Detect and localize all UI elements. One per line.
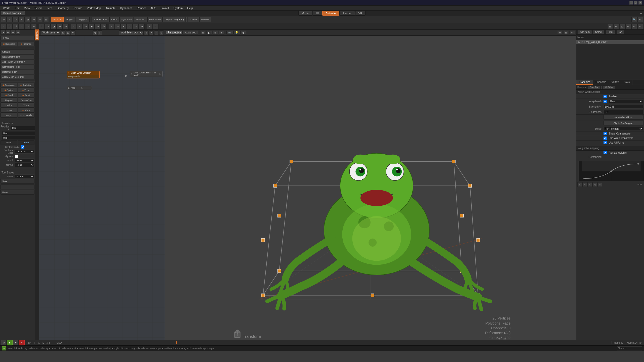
schema-dots-btn[interactable]: ⋯ [71, 30, 75, 35]
timeline-scrub[interactable] [67, 341, 612, 344]
tb2-3[interactable]: ⇲ [13, 24, 19, 29]
tool-btn-2[interactable]: ↔ [7, 17, 13, 22]
spline-btn[interactable]: ◉Spline [1, 88, 17, 93]
tool-btn-3[interactable]: ↺ [13, 17, 19, 22]
pivot-btn[interactable]: Pivot [1, 140, 17, 145]
mode-tab-animate[interactable]: Animate [322, 11, 339, 16]
menu-geometry[interactable]: Geometry [55, 6, 71, 10]
presets-one-tip[interactable]: One Tip [588, 85, 600, 89]
menu-system[interactable]: System [172, 6, 185, 10]
tab-vertex[interactable]: Vertex [609, 80, 621, 85]
search-input[interactable] [617, 346, 642, 350]
morph-btn[interactable]: Morph [1, 113, 17, 118]
menu-item[interactable]: Item [45, 6, 54, 10]
schema-zoom-in[interactable]: + [149, 30, 154, 35]
tb2-right-3[interactable]: ◫ [619, 24, 625, 29]
tb2-extrude[interactable]: ⊕ [57, 24, 63, 29]
add-icon[interactable]: + [639, 11, 643, 15]
menu-help[interactable]: Help [185, 6, 195, 10]
vp-wire-btn[interactable]: ⊟ [213, 31, 218, 34]
add-select-attr[interactable]: Add Select-Attr [119, 30, 144, 35]
menu-edit[interactable]: Edit [13, 6, 22, 10]
sharpness-input[interactable] [603, 110, 643, 114]
edges-btn[interactable]: Edges [64, 17, 75, 22]
sidebar-icon-4[interactable]: ⊗ [16, 30, 20, 35]
timeline-record-btn[interactable]: ● [19, 340, 25, 345]
create-btn[interactable]: Create [1, 50, 34, 54]
tb2-flatten[interactable]: ≡ [77, 24, 83, 29]
view-perspective[interactable]: Perspective [166, 31, 183, 34]
curve-btn-1[interactable]: ⊟ [577, 182, 582, 187]
transform-deformer-btn[interactable]: ◉Transform [1, 83, 17, 87]
jolt-btn[interactable]: ⊙Jolt [1, 108, 17, 113]
duplicate-btn[interactable]: ◉Duplicate [1, 42, 17, 46]
tundler-btn[interactable]: Tundler [188, 17, 199, 22]
timeline-play-btn[interactable]: ▶ [7, 340, 13, 345]
tb2-right-1[interactable]: ▦ [607, 24, 613, 29]
tb2-1[interactable]: ↕ [1, 24, 7, 29]
center-btn[interactable]: Center [18, 140, 35, 145]
schema-view-btn[interactable]: ◫ [66, 30, 70, 35]
menu-view[interactable]: View [22, 6, 32, 10]
snapping-btn[interactable]: Snapping [134, 17, 147, 22]
sidebar-icon-2[interactable]: ⊕ [6, 30, 10, 35]
shear-comp-check[interactable] [603, 132, 607, 135]
enable-check[interactable] [603, 95, 607, 98]
tb2-right-4[interactable]: ⊟ [625, 24, 631, 29]
workplane-btn[interactable]: Work Plane [147, 17, 163, 22]
menu-dynamics[interactable]: Dynamics [118, 6, 134, 10]
schema-fit-btn[interactable]: ⊕ [144, 30, 149, 35]
menu-animate[interactable]: Animate [103, 6, 117, 10]
polygons-btn[interactable]: Polygons [76, 17, 90, 22]
preview-btn[interactable]: Preview [199, 17, 211, 22]
timeline-start-btn[interactable]: ⊟ [1, 340, 7, 345]
reset-btn[interactable]: Reset [1, 190, 34, 195]
wrap-mesh-check[interactable] [603, 100, 607, 103]
slack-btn[interactable]: ◈Slack [18, 108, 35, 113]
tb2-smooth[interactable]: ~ [71, 24, 76, 29]
radiation-btn[interactable]: ◈Radiation [18, 83, 35, 87]
tb2-select-lasso[interactable]: ◌ [25, 24, 31, 29]
close-button[interactable]: ✕ [638, 1, 642, 5]
lattice-btn[interactable]: Lattice [1, 103, 17, 108]
pos-y-input[interactable] [2, 131, 35, 135]
symmetry-btn[interactable]: Symmetry [119, 17, 133, 22]
tool-btn-7[interactable]: ⊙ [37, 17, 43, 22]
tb2-snap[interactable]: S [133, 24, 139, 29]
dup-mode-select[interactable]: Distance [15, 150, 34, 154]
tb2-spin[interactable]: ↻ [101, 24, 107, 29]
add-falloff-btn[interactable]: Add Falloff Deformer ▾ [1, 60, 34, 64]
add-item-btn[interactable]: Add Item [577, 30, 592, 34]
wrap-btn[interactable]: Wrap [18, 103, 35, 108]
bend-btn[interactable]: ◉Bend [1, 93, 17, 98]
twist-btn[interactable]: ◈Twist [18, 93, 35, 98]
curve-btn-2[interactable]: ⊕ [582, 182, 587, 187]
go-btn[interactable]: Go [617, 30, 624, 34]
mdd-btn[interactable]: ⊟MDD File [18, 113, 35, 118]
vtab-deform[interactable]: Deform [35, 30, 39, 40]
vp-grid-btn[interactable]: ⊞ [200, 31, 206, 34]
reset-state-btn[interactable] [1, 185, 34, 189]
pos-z-input[interactable] [2, 136, 35, 140]
strength-input[interactable] [603, 105, 643, 109]
filter-btn[interactable]: Filter [606, 30, 616, 34]
use-wrap-check[interactable] [603, 137, 607, 140]
status-icon[interactable]: ● [2, 346, 6, 350]
clip-btn[interactable]: Clip to Per-Polygon [603, 121, 643, 125]
morph-select[interactable]: None [15, 158, 34, 162]
curve-btn-3[interactable]: ~ [587, 182, 592, 187]
vp-settings-btn[interactable]: ⚙ [569, 31, 575, 34]
all-tabs-btn[interactable]: All Tabs [603, 85, 615, 89]
settings-toolbar-btn[interactable]: ⚙ [637, 17, 643, 22]
mode-tab-render[interactable]: Render [339, 11, 355, 16]
tb2-slice[interactable]: ⊂ [153, 24, 158, 29]
mode-tab-ui[interactable]: UI [313, 11, 322, 16]
tab-channels[interactable]: Channels [593, 80, 609, 85]
scene-item-frog-file[interactable]: ▶ ⊟ Frog_Wrap_002.lxo* [576, 40, 644, 44]
menu-select[interactable]: Select [32, 6, 44, 10]
remap-weights-check[interactable] [603, 151, 607, 154]
vp-cam-btn[interactable]: 📷 [226, 31, 233, 34]
menu-render[interactable]: Render [135, 6, 148, 10]
tb2-paint[interactable]: ✏ [31, 24, 37, 29]
schema-grid-btn[interactable]: ⊞ [61, 30, 65, 35]
